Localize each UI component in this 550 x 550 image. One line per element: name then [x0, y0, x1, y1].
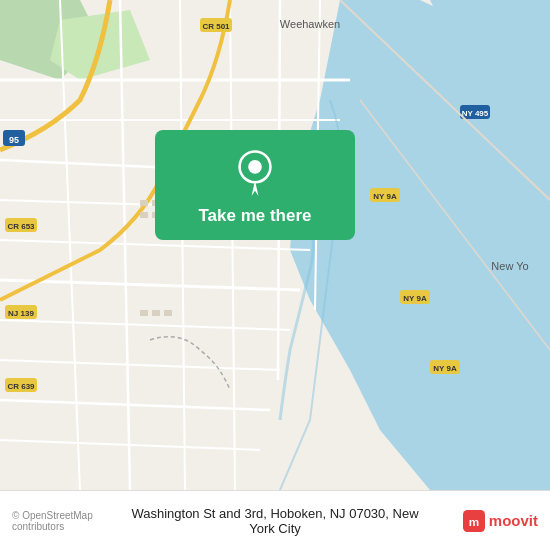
moovit-brand-text: moovit: [489, 512, 538, 529]
location-pin-icon: [231, 148, 279, 196]
location-card[interactable]: Take me there: [155, 130, 355, 240]
svg-text:CR 639: CR 639: [7, 382, 35, 391]
svg-text:NY 9A: NY 9A: [403, 294, 427, 303]
svg-text:NY 495: NY 495: [462, 109, 489, 118]
svg-point-49: [248, 160, 262, 174]
svg-rect-47: [164, 310, 172, 316]
svg-text:NY 9A: NY 9A: [373, 192, 397, 201]
bottom-bar: © OpenStreetMap contributors Washington …: [0, 490, 550, 550]
take-me-there-button[interactable]: Take me there: [198, 206, 311, 226]
svg-text:95: 95: [9, 135, 19, 145]
moovit-icon: m: [463, 510, 485, 532]
moovit-logo: m moovit: [433, 510, 538, 532]
svg-rect-45: [140, 310, 148, 316]
svg-rect-39: [140, 200, 148, 206]
svg-text:New Yo: New Yo: [491, 260, 528, 272]
osm-attribution: © OpenStreetMap contributors: [12, 510, 117, 532]
svg-rect-46: [152, 310, 160, 316]
svg-text:Weehawken: Weehawken: [280, 18, 340, 30]
address-text: Washington St and 3rd, Hoboken, NJ 07030…: [117, 506, 433, 536]
svg-rect-42: [140, 212, 148, 218]
map-container: 95 CR 501 CR 653 NJ 139 CR 639 NY 9A NY …: [0, 0, 550, 490]
svg-text:m: m: [469, 515, 479, 528]
svg-text:CR 653: CR 653: [7, 222, 35, 231]
svg-text:NY 9A: NY 9A: [433, 364, 457, 373]
svg-text:CR 501: CR 501: [202, 22, 230, 31]
svg-text:NJ 139: NJ 139: [8, 309, 34, 318]
